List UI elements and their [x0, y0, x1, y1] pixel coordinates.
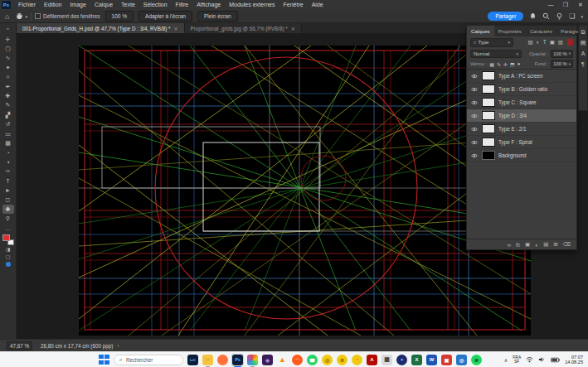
spotify-icon[interactable]: ≋	[470, 354, 483, 366]
menu-calque[interactable]: Calque	[90, 0, 117, 10]
type-tool[interactable]: T	[2, 176, 14, 186]
dodge-tool[interactable]: ◑	[2, 157, 14, 167]
pen-tool[interactable]: ✑	[2, 167, 14, 176]
layer-thumbnail[interactable]	[482, 98, 495, 107]
shape-tool[interactable]: ◻	[2, 196, 14, 205]
layer-thumbnail[interactable]	[482, 111, 495, 120]
layer-filter-type-select[interactable]: ⌕ Type ▾	[470, 38, 513, 47]
purple-app-icon[interactable]: ◆	[261, 354, 274, 366]
fit-screen-button[interactable]: Adapter à l'écran	[138, 11, 192, 22]
eyedropper-tool[interactable]: ✒	[2, 82, 14, 91]
language-indicator[interactable]: FRASF	[513, 355, 521, 365]
doc-tab-2[interactable]: Proportional_grids.jpg @ 66,7% (RVB/8) *…	[185, 23, 302, 33]
move-tool[interactable]: ✛	[2, 35, 14, 44]
share-button[interactable]: Partager	[488, 12, 523, 21]
hand-tool[interactable]: ✥	[2, 205, 14, 214]
delete-layer-icon[interactable]: ⌫	[563, 241, 571, 248]
workspace-switcher-icon[interactable]: ❏	[569, 12, 575, 20]
layer-thumbnail[interactable]	[482, 124, 495, 133]
gradient-tool[interactable]: ▩	[2, 138, 14, 147]
visibility-eye-icon[interactable]	[470, 74, 479, 79]
visibility-eye-icon[interactable]	[470, 153, 479, 158]
visibility-eye-icon[interactable]	[470, 100, 479, 105]
zoom-100-button[interactable]: 100 %	[105, 11, 134, 22]
collaboration-dot-icon[interactable]	[6, 262, 11, 267]
maximize-button[interactable]: ❐	[558, 0, 573, 10]
acrobat-icon[interactable]: A	[366, 354, 378, 366]
yellow-badge-3-icon[interactable]: ◔	[351, 354, 363, 366]
close-button[interactable]: ✕	[573, 0, 588, 10]
quick-mask-button[interactable]: ◨	[2, 245, 14, 253]
type-filter-icon[interactable]: T	[543, 39, 547, 46]
toolbar-collapse-icon[interactable]: »	[0, 23, 17, 33]
red-app-icon[interactable]: ▣	[440, 354, 453, 366]
lock-position-icon[interactable]: ✛	[503, 61, 508, 67]
foreground-color-swatch[interactable]	[2, 234, 10, 241]
file-explorer-icon[interactable]: ▱	[202, 354, 214, 366]
layer-row[interactable]: Type C : Square	[467, 96, 576, 109]
panel-tab-calques[interactable]: Calques	[467, 26, 494, 36]
menu-sélection[interactable]: Sélection	[139, 0, 172, 10]
excel-icon[interactable]: X	[411, 354, 423, 366]
firefox-icon[interactable]	[216, 354, 229, 366]
battery-icon[interactable]	[551, 357, 560, 363]
orange-sphere-app-icon[interactable]: ◠	[291, 354, 304, 366]
filter-toggle[interactable]	[567, 39, 573, 46]
menu-texte[interactable]: Texte	[117, 0, 139, 10]
screen-mode-button[interactable]: ▢	[2, 253, 14, 260]
blend-mode-select[interactable]: Normal ▾	[470, 50, 522, 58]
smart-object-filter-icon[interactable]: ▥	[558, 39, 563, 46]
pixel-filter-icon[interactable]: ▨	[528, 39, 533, 46]
marquee-tool[interactable]: ▢	[2, 44, 14, 53]
layer-thumbnail[interactable]	[482, 151, 495, 160]
menu-modules-externes[interactable]: Modules externes	[225, 0, 279, 10]
yellow-badge-1-icon[interactable]: ◎	[321, 354, 333, 366]
lock-all-icon[interactable]: ●	[518, 61, 521, 67]
tab-close-icon[interactable]: ✕	[291, 26, 295, 31]
panel-tab-propriétés[interactable]: Propriétés	[494, 26, 526, 36]
eraser-tool[interactable]: ▭	[2, 129, 14, 138]
scroll-all-windows-checkbox[interactable]	[35, 13, 41, 19]
photos-app-icon[interactable]	[246, 354, 259, 366]
menu-image[interactable]: Image	[66, 0, 90, 10]
layer-thumbnail[interactable]	[482, 85, 495, 94]
adjustment-layer-icon[interactable]: ◐	[535, 242, 538, 248]
visibility-eye-icon[interactable]	[470, 127, 479, 132]
dock-character-icon[interactable]: A	[581, 51, 586, 57]
hand-tool-preset[interactable]: ▾	[16, 12, 27, 20]
new-group-icon[interactable]: ▤	[543, 241, 548, 248]
wifi-icon[interactable]	[526, 356, 533, 363]
home-icon[interactable]: ⌂	[5, 12, 9, 21]
menu-filtre[interactable]: Filtre	[172, 0, 193, 10]
lightroom-app-icon[interactable]: LrC	[187, 354, 199, 366]
clone-stamp-tool[interactable]: ▞	[2, 110, 14, 119]
workspace-caret-icon[interactable]: ▾	[581, 14, 583, 19]
layer-row[interactable]: Type D : 3/4	[467, 109, 576, 123]
search-icon[interactable]	[542, 12, 550, 20]
edit-toolbar[interactable]: …	[2, 224, 14, 233]
layer-mask-icon[interactable]: ▣	[525, 241, 530, 248]
lock-transparency-icon[interactable]: ▦	[489, 61, 494, 67]
layer-style-icon[interactable]: fx	[516, 242, 520, 248]
link-layers-icon[interactable]: ∞	[507, 242, 511, 248]
scroll-all-windows[interactable]: Défilement des fenêtres	[35, 13, 100, 19]
navy-circle-app-icon[interactable]: ✦	[396, 354, 408, 366]
layer-row[interactable]: Type B : Golden ratio	[467, 83, 576, 96]
minimize-button[interactable]: —	[543, 0, 558, 10]
blur-tool[interactable]: ◔	[2, 148, 14, 157]
menu-fichier[interactable]: Fichier	[14, 0, 40, 10]
taskbar-search[interactable]: ⌕ Rechercher	[114, 355, 183, 365]
whatsapp-icon[interactable]: ☎	[306, 354, 318, 366]
menu-fenêtre[interactable]: Fenêtre	[279, 0, 308, 10]
new-layer-icon[interactable]: ⊞	[553, 241, 557, 248]
shape-filter-icon[interactable]: ▣	[550, 39, 555, 46]
crop-tool[interactable]: ⌗	[2, 73, 14, 82]
layer-thumbnail[interactable]	[482, 71, 495, 80]
vlc-icon[interactable]: ▲	[276, 354, 289, 366]
dock-histogram-icon[interactable]: ▤	[581, 40, 586, 46]
tray-chevron-icon[interactable]: ∧	[504, 357, 508, 363]
menu-affichage[interactable]: Affichage	[192, 0, 225, 10]
visibility-eye-icon[interactable]	[470, 87, 479, 92]
visibility-eye-icon[interactable]	[470, 113, 479, 118]
document-canvas[interactable]	[79, 46, 531, 336]
